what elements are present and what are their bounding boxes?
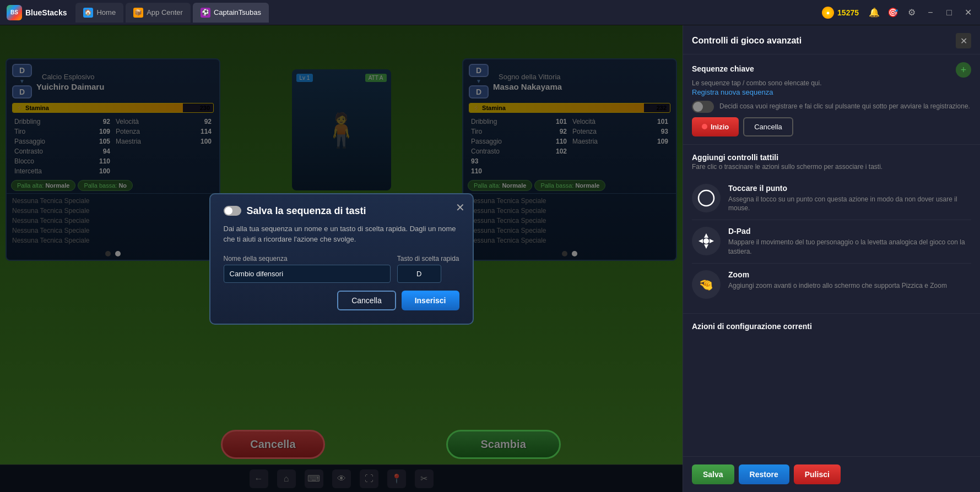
svg-point-5 bbox=[703, 238, 709, 244]
dpad-info: D-Pad Mappare il movimento del tuo perso… bbox=[728, 227, 971, 256]
bluestacks-logo: BS bbox=[7, 5, 22, 20]
right-panel: Controlli di gioco avanzati ✕ Sequenze c… bbox=[683, 25, 980, 492]
key-sequences-desc: Le sequenze tap / combo sono elencate qu… bbox=[692, 79, 822, 87]
svg-text:🤏: 🤏 bbox=[699, 277, 714, 292]
tactile-controls-desc: Fare clic o trascinare le azioni sullo s… bbox=[692, 162, 971, 172]
touch-point-control: Toccare il punto Assegna il tocco su un … bbox=[692, 177, 971, 221]
dialog-close-button[interactable]: ✕ bbox=[456, 201, 465, 214]
tab-home-label: Home bbox=[96, 8, 116, 17]
panel-restore-button[interactable]: Restore bbox=[739, 464, 789, 484]
key-sequences-section: Sequenze chiave + Le sequenze tap / comb… bbox=[683, 54, 980, 145]
tab-home[interactable]: 🏠 Home bbox=[75, 3, 123, 23]
svg-marker-4 bbox=[710, 239, 714, 243]
sequence-name-label: Nome della sequenza bbox=[224, 255, 391, 263]
add-sequence-button[interactable]: + bbox=[956, 62, 971, 78]
config-actions-title: Azioni di configurazione correnti bbox=[692, 322, 812, 331]
panel-clear-button[interactable]: Pulisci bbox=[794, 464, 841, 484]
svg-marker-2 bbox=[704, 244, 708, 249]
minimize-btn[interactable]: − bbox=[923, 5, 938, 20]
tab-appcenter-label: App Center bbox=[147, 8, 183, 17]
record-dot-icon bbox=[702, 124, 707, 129]
zoom-desc: Aggiungi zoom avanti o indietro allo sch… bbox=[728, 281, 971, 291]
maximize-btn[interactable]: □ bbox=[941, 5, 957, 20]
panel-header: Controlli di gioco avanzati ✕ bbox=[683, 25, 980, 54]
recording-toggle-desc: Decidi cosa vuoi registrare e fai clic s… bbox=[719, 102, 970, 111]
shortcut-label: Tasto di scelta rapida bbox=[397, 255, 459, 263]
dialog-toggle[interactable] bbox=[224, 206, 241, 216]
svg-marker-3 bbox=[699, 239, 703, 243]
panel-title: Controlli di gioco avanzati bbox=[692, 36, 802, 46]
recording-toggle-row: Decidi cosa vuoi registrare e fai clic s… bbox=[692, 101, 971, 113]
dpad-name: D-Pad bbox=[728, 227, 971, 236]
close-btn[interactable]: ✕ bbox=[960, 5, 976, 20]
home-tab-icon: 🏠 bbox=[83, 8, 93, 18]
dialog-insert-button[interactable]: Inserisci bbox=[402, 291, 459, 310]
zoom-icon: 🤏 bbox=[692, 270, 721, 299]
titlebar: BS BlueStacks 🏠 Home 📦 App Center ⚽ Capt… bbox=[0, 0, 980, 25]
start-recording-button[interactable]: Inizio bbox=[692, 117, 739, 136]
panel-save-button[interactable]: Salva bbox=[692, 464, 734, 484]
svg-point-0 bbox=[699, 190, 714, 206]
coins-display: ● 15275 bbox=[822, 7, 859, 19]
window-controls: 🔔 🎯 ⚙ − □ ✕ bbox=[867, 5, 976, 20]
sequence-name-field: Nome della sequenza bbox=[224, 255, 391, 283]
shortcut-field: Tasto di scelta rapida bbox=[397, 255, 459, 283]
tab-game[interactable]: ⚽ CaptainTsubas bbox=[193, 3, 269, 23]
svg-marker-1 bbox=[704, 233, 708, 238]
save-sequence-dialog: Salva la sequenza di tasti ✕ Dai alla tu… bbox=[209, 193, 474, 325]
zoom-info: Zoom Aggiungi zoom avanti o indietro all… bbox=[728, 270, 971, 291]
touch-point-name: Toccare il punto bbox=[728, 184, 971, 193]
tab-game-label: CaptainTsubas bbox=[214, 8, 261, 17]
coins-value: 15275 bbox=[837, 8, 859, 17]
game-tab-icon: ⚽ bbox=[201, 8, 210, 18]
dialog-title-text: Salva la sequenza di tasti bbox=[247, 205, 366, 217]
dpad-icon bbox=[692, 227, 721, 255]
dialog-description: Dai alla tua sequenza un nome e un tasto… bbox=[224, 223, 459, 245]
zoom-control: 🤏 Zoom Aggiungi zoom avanti o indietro a… bbox=[692, 264, 971, 305]
key-sequences-title: Sequenze chiave bbox=[692, 64, 754, 73]
dialog-cancel-button[interactable]: Cancella bbox=[337, 291, 396, 310]
panel-close-button[interactable]: ✕ bbox=[956, 33, 971, 48]
settings-btn[interactable]: ⚙ bbox=[904, 5, 919, 20]
panel-bottom-actions: Salva Restore Pulisci bbox=[683, 456, 980, 492]
game-area: D ▼ D Calcio Esplosivo Yuichiro Daimaru … bbox=[0, 25, 683, 492]
zoom-name: Zoom bbox=[728, 270, 971, 279]
dpad-control: D-Pad Mappare il movimento del tuo perso… bbox=[692, 220, 971, 264]
cancel-recording-button[interactable]: Cancella bbox=[743, 117, 793, 136]
config-actions-section: Azioni di configurazione correnti bbox=[683, 314, 980, 339]
sequence-name-input[interactable] bbox=[224, 265, 391, 283]
game-center-btn[interactable]: 🎯 bbox=[885, 5, 901, 20]
main-area: D ▼ D Calcio Esplosivo Yuichiro Daimaru … bbox=[0, 25, 980, 492]
dialog-overlay: Salva la sequenza di tasti ✕ Dai alla tu… bbox=[0, 25, 683, 492]
touch-point-icon bbox=[692, 184, 721, 212]
shortcut-input[interactable] bbox=[397, 265, 441, 283]
tab-appcenter[interactable]: 📦 App Center bbox=[126, 3, 191, 23]
dialog-actions: Cancella Inserisci bbox=[224, 291, 459, 310]
appcenter-tab-icon: 📦 bbox=[133, 8, 143, 18]
tactile-controls-title: Aggiungi controlli tattili bbox=[692, 153, 778, 162]
tactile-controls-section: Aggiungi controlli tattili Fare clic o t… bbox=[683, 145, 980, 314]
touch-point-desc: Assegna il tocco su un punto con questa … bbox=[728, 195, 971, 214]
start-recording-label: Inizio bbox=[711, 123, 729, 131]
coin-icon: ● bbox=[822, 7, 834, 19]
dpad-desc: Mappare il movimento del tuo personaggio… bbox=[728, 238, 971, 256]
dialog-title: Salva la sequenza di tasti bbox=[224, 205, 459, 217]
recording-button-row: Inizio Cancella bbox=[692, 117, 971, 136]
brand-name: BlueStacks bbox=[25, 8, 67, 17]
dialog-form-row: Nome della sequenza Tasto di scelta rapi… bbox=[224, 255, 459, 283]
brand: BS BlueStacks bbox=[4, 5, 73, 20]
touch-point-info: Toccare il punto Assegna il tocco su un … bbox=[728, 184, 971, 214]
notification-btn[interactable]: 🔔 bbox=[867, 5, 882, 20]
new-sequence-link[interactable]: Registra nuova sequenza bbox=[692, 88, 971, 96]
recording-toggle[interactable] bbox=[692, 101, 714, 113]
